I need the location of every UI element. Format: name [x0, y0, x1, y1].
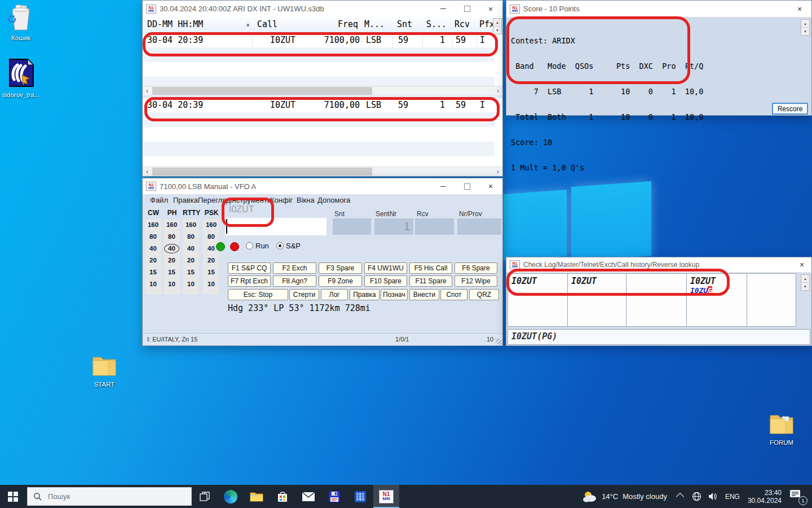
band-button[interactable]: 160 [145, 219, 161, 231]
wipe-button[interactable]: Стерти [289, 289, 319, 300]
minimize-icon[interactable] [431, 178, 455, 194]
band-button[interactable]: 80 [203, 231, 219, 243]
close-icon[interactable]: × [479, 1, 502, 17]
scrollbar-thumb[interactable] [152, 87, 372, 95]
band-button[interactable]: 160 [164, 219, 180, 231]
log-qso-row[interactable]: 30-04 20:39 I0ZUT 7100,00 LSB 59 1 59 I [143, 98, 495, 112]
desktop-icon-forum-folder[interactable]: FORUM [761, 411, 802, 446]
fkey-f7[interactable]: F7 Rpt Exch [228, 275, 271, 287]
check-col-master[interactable]: I0ZUT [567, 273, 626, 327]
desktop-icon-sidorov-file[interactable]: sidorov_tra... [1, 58, 41, 98]
band-button[interactable]: 10 [164, 278, 180, 290]
band-button[interactable]: 20 [145, 255, 161, 266]
log-qso-row[interactable]: 30-04 20:39 I0ZUT 7100,00 LSB 59 1 59 I [143, 33, 495, 47]
search-input[interactable] [47, 492, 173, 501]
log-scroll-spinner[interactable]: ▲ ▼ [493, 18, 502, 34]
menu-tools[interactable]: Інструменти [230, 196, 271, 204]
log-window-titlebar[interactable]: N1MM 30.04.2024 20:40:00Z ARI DX INT - U… [143, 1, 502, 17]
check-partial-match[interactable]: I0ZUG [690, 286, 712, 295]
col-rcv[interactable]: Rcv [454, 17, 470, 32]
taskbar-search[interactable] [27, 487, 192, 506]
band-button-selected[interactable]: 40 [164, 243, 180, 255]
band-button[interactable]: 15 [164, 266, 180, 278]
run-radio-label[interactable]: Run [255, 242, 269, 250]
check-col-log[interactable]: I0ZUT [508, 273, 568, 327]
spin-up-icon[interactable]: ▲ [801, 275, 809, 283]
resize-grip-icon[interactable] [496, 339, 501, 344]
col-mode[interactable]: M... [364, 17, 385, 32]
desktop-icon-start-folder[interactable]: START [84, 353, 125, 388]
band-button[interactable]: 10 [183, 278, 199, 290]
log-empty-row[interactable] [143, 47, 495, 62]
mark-button[interactable]: Познач [381, 289, 408, 300]
check-window-titlebar[interactable]: N1MM Check Log/Master/Telnet/Exch/Call h… [506, 257, 811, 273]
check-cell[interactable]: I0ZUT [690, 276, 716, 286]
fkey-f1[interactable]: F1 S&P CQ [228, 262, 271, 274]
band-button[interactable]: 20 [203, 255, 219, 266]
store-button[interactable]: Внести [409, 289, 439, 300]
menu-windows[interactable]: Вікна [297, 196, 315, 204]
fkey-f4[interactable]: F4 UW1WU [364, 262, 407, 274]
band-button[interactable]: 15 [183, 266, 199, 278]
fkey-f12[interactable]: F12 Wipe [454, 275, 497, 287]
weather-temp[interactable]: 14°C [602, 492, 618, 501]
maximize-icon[interactable] [455, 1, 479, 17]
close-icon[interactable]: × [479, 178, 502, 194]
score-window-titlebar[interactable]: N1MM Score - 10 Points × [506, 1, 811, 17]
sp-radio[interactable] [276, 242, 284, 249]
fkey-f6[interactable]: F6 Spare [454, 262, 497, 274]
edit-button[interactable]: Правка [350, 289, 379, 300]
log-empty-row[interactable] [143, 127, 495, 142]
minimize-icon[interactable] [431, 1, 455, 17]
fkey-f10[interactable]: F10 Spare [364, 275, 407, 287]
col-s[interactable]: S... [426, 17, 447, 32]
qrz-button[interactable]: QRZ [469, 289, 499, 300]
log-empty-row[interactable] [143, 156, 495, 167]
check-cell[interactable]: I0ZUT [571, 276, 597, 286]
file-explorer-button[interactable] [244, 485, 270, 508]
log-button[interactable]: Лог [321, 289, 348, 300]
close-icon[interactable]: × [788, 1, 811, 17]
band-button[interactable]: 160 [183, 219, 199, 231]
scroll-left-icon[interactable]: ‹ [143, 167, 152, 176]
band-button[interactable]: 80 [145, 231, 161, 243]
band-button[interactable]: 15 [145, 266, 161, 278]
menu-config[interactable]: Конфіг [270, 196, 293, 204]
band-button[interactable]: 40 [145, 243, 161, 255]
log-empty-row[interactable] [143, 62, 495, 77]
sp-radio-label[interactable]: S&P [286, 242, 301, 250]
spin-down-icon[interactable]: ▼ [493, 27, 501, 34]
band-button[interactable]: 160 [203, 219, 219, 231]
check-scroll-spinner[interactable]: ▲ ▼ [801, 274, 810, 291]
menu-edit[interactable]: Правка [173, 196, 198, 204]
scroll-right-icon[interactable]: › [493, 86, 502, 95]
rcv-field[interactable] [415, 218, 454, 235]
run-radio[interactable] [246, 242, 253, 249]
language-indicator[interactable]: ENG [725, 493, 740, 501]
spot-button[interactable]: Спот [440, 289, 467, 300]
band-button[interactable]: 20 [164, 255, 180, 266]
scroll-right-icon[interactable]: › [493, 167, 502, 176]
spin-down-icon[interactable]: ▼ [801, 283, 809, 290]
log-empty-row[interactable] [143, 77, 495, 86]
maximize-icon[interactable] [455, 178, 479, 194]
edge-browser-button[interactable] [218, 485, 244, 508]
close-icon[interactable]: × [792, 257, 811, 272]
col-freq[interactable]: Freq [312, 17, 358, 32]
sentnr-field[interactable]: 1 [374, 218, 413, 235]
desktop-icon-recycle-bin[interactable]: ♻ Кошик [1, 5, 41, 41]
log-hscrollbar[interactable]: ‹ › [143, 167, 502, 176]
check-col-history[interactable]: I0ZUT I0ZUG [686, 273, 747, 327]
mail-button[interactable] [295, 485, 321, 508]
band-button[interactable]: 15 [203, 266, 219, 278]
fkey-f9[interactable]: F9 Zone [319, 275, 362, 287]
band-button[interactable]: 80 [183, 231, 199, 243]
band-button[interactable]: 10 [145, 278, 161, 290]
floppy-app-button[interactable] [321, 485, 347, 508]
col-call[interactable]: Call [257, 17, 277, 32]
grid-app-button[interactable] [347, 485, 373, 508]
fkey-f11[interactable]: F11 Spare [409, 275, 452, 287]
band-button[interactable]: 20 [183, 255, 199, 266]
spin-up-icon[interactable]: ▲ [801, 20, 809, 28]
fkey-f8[interactable]: F8 Agn? [273, 275, 316, 287]
